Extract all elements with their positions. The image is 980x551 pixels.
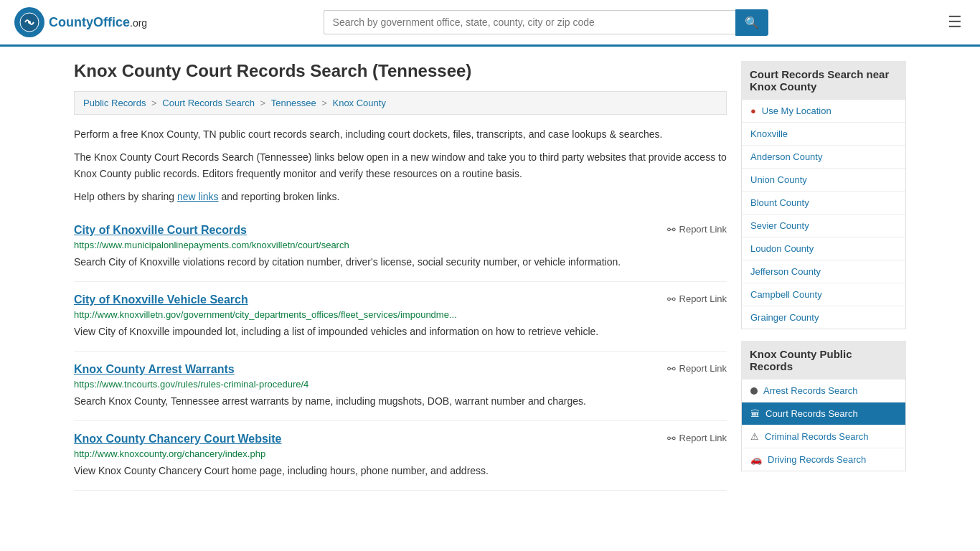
result-title-link[interactable]: City of Knoxville Vehicle Search <box>74 293 248 306</box>
result-title-link[interactable]: Knox County Chancery Court Website <box>74 433 282 446</box>
result-desc: Search City of Knoxville violations reco… <box>74 255 727 270</box>
list-item: Knoxville <box>742 123 905 146</box>
report-icon: ⚯ <box>667 363 676 375</box>
report-link-button[interactable]: ⚯ Report Link <box>667 293 727 305</box>
intro-paragraph-3: Help others by sharing new links and rep… <box>74 189 727 204</box>
new-links-link[interactable]: new links <box>177 191 219 202</box>
hamburger-menu-icon[interactable]: ☰ <box>944 9 966 35</box>
result-url: http://www.knoxvilletn.gov/government/ci… <box>74 309 727 320</box>
breadcrumb: Public Records > Court Records Search > … <box>74 91 727 115</box>
breadcrumb-tennessee[interactable]: Tennessee <box>271 98 316 108</box>
breadcrumb-court-records[interactable]: Court Records Search <box>162 98 255 108</box>
search-button[interactable]: 🔍 <box>735 9 768 36</box>
result-header: City of Knoxville Court Records ⚯ Report… <box>74 224 727 237</box>
svg-point-1 <box>28 21 31 24</box>
sidebar-item-criminal-records[interactable]: ⚠ Criminal Records Search <box>742 425 905 448</box>
intro-paragraph-2: The Knox County Court Records Search (Te… <box>74 149 727 182</box>
car-icon: 🚗 <box>750 454 762 465</box>
logo-icon <box>14 7 44 37</box>
list-item: ● Use My Location <box>742 100 905 123</box>
sidebar-item-loudon-county[interactable]: Loudon County <box>742 237 905 260</box>
nearby-section: Court Records Search near Knox County ● … <box>741 61 906 329</box>
report-icon: ⚯ <box>667 224 676 235</box>
list-item: ⚠ Criminal Records Search <box>742 425 905 448</box>
sidebar-item-grainger-county[interactable]: Grainger County <box>742 306 905 329</box>
sidebar-item-knoxville[interactable]: Knoxville <box>742 123 905 145</box>
search-area: 🔍 <box>324 9 768 36</box>
page-title: Knox County Court Records Search (Tennes… <box>74 61 727 81</box>
list-item: Grainger County <box>742 306 905 329</box>
nearby-list: ● Use My Location Knoxville Anderson Cou… <box>741 100 906 329</box>
report-link-button[interactable]: ⚯ Report Link <box>667 433 727 444</box>
report-link-button[interactable]: ⚯ Report Link <box>667 224 727 235</box>
list-item: Campbell County <box>742 283 905 306</box>
report-icon: ⚯ <box>667 433 676 444</box>
public-records-list: Arrest Records Search 🏛 Court Records Se… <box>741 380 906 471</box>
dot-icon <box>750 387 758 395</box>
result-item: City of Knoxville Court Records ⚯ Report… <box>74 212 727 282</box>
sidebar-item-union-county[interactable]: Union County <box>742 169 905 191</box>
main-container: Knox County Court Records Search (Tennes… <box>60 47 920 505</box>
result-desc: Search Knox County, Tennessee arrest war… <box>74 394 727 409</box>
sidebar-item-sevier-county[interactable]: Sevier County <box>742 215 905 237</box>
report-icon: ⚯ <box>667 293 676 305</box>
list-item: Sevier County <box>742 215 905 237</box>
logo-text: CountyOffice.org <box>49 15 147 30</box>
sidebar-item-arrest-records[interactable]: Arrest Records Search <box>742 380 905 402</box>
nearby-header: Court Records Search near Knox County <box>741 61 906 100</box>
list-item: 🏛 Court Records Search <box>742 402 905 425</box>
result-url: https://www.tncourts.gov/rules/rules-cri… <box>74 379 727 390</box>
breadcrumb-public-records[interactable]: Public Records <box>83 98 146 108</box>
result-url: http://www.knoxcounty.org/chancery/index… <box>74 448 727 459</box>
building-icon: 🏛 <box>750 408 760 419</box>
result-title-link[interactable]: City of Knoxville Court Records <box>74 224 247 237</box>
sidebar-item-driving-records[interactable]: 🚗 Driving Records Search <box>742 448 905 471</box>
exclamation-icon: ⚠ <box>750 431 759 442</box>
result-url: https://www.municipalonlinepayments.com/… <box>74 240 727 250</box>
result-item: Knox County Chancery Court Website ⚯ Rep… <box>74 421 727 491</box>
result-header: City of Knoxville Vehicle Search ⚯ Repor… <box>74 293 727 306</box>
list-item: Loudon County <box>742 237 905 260</box>
sidebar-item-anderson-county[interactable]: Anderson County <box>742 146 905 168</box>
logo-area: CountyOffice.org <box>14 7 147 37</box>
list-item: Jefferson County <box>742 260 905 283</box>
sidebar: Court Records Search near Knox County ● … <box>741 61 906 491</box>
public-records-section: Knox County Public Records Arrest Record… <box>741 341 906 471</box>
sidebar-item-use-my-location[interactable]: ● Use My Location <box>742 100 905 122</box>
location-pin-icon: ● <box>750 105 756 116</box>
main-content: Knox County Court Records Search (Tennes… <box>74 61 727 491</box>
result-item: Knox County Arrest Warrants ⚯ Report Lin… <box>74 352 727 421</box>
sidebar-item-court-records[interactable]: 🏛 Court Records Search <box>742 402 905 425</box>
list-item: Arrest Records Search <box>742 380 905 402</box>
result-desc: View Knox County Chancery Court home pag… <box>74 463 727 479</box>
result-header: Knox County Chancery Court Website ⚯ Rep… <box>74 433 727 446</box>
result-desc: View City of Knoxville impounded lot, in… <box>74 324 727 339</box>
list-item: Blount County <box>742 192 905 215</box>
sidebar-item-blount-county[interactable]: Blount County <box>742 192 905 214</box>
list-item: 🚗 Driving Records Search <box>742 448 905 471</box>
result-title-link[interactable]: Knox County Arrest Warrants <box>74 363 235 376</box>
public-records-header: Knox County Public Records <box>741 341 906 380</box>
result-item: City of Knoxville Vehicle Search ⚯ Repor… <box>74 282 727 352</box>
breadcrumb-knox-county[interactable]: Knox County <box>332 98 385 108</box>
search-input[interactable] <box>324 10 735 34</box>
list-item: Anderson County <box>742 146 905 169</box>
list-item: Union County <box>742 169 905 192</box>
site-header: CountyOffice.org 🔍 ☰ <box>0 0 980 47</box>
sidebar-item-jefferson-county[interactable]: Jefferson County <box>742 260 905 283</box>
result-header: Knox County Arrest Warrants ⚯ Report Lin… <box>74 363 727 376</box>
report-link-button[interactable]: ⚯ Report Link <box>667 363 727 375</box>
sidebar-item-campbell-county[interactable]: Campbell County <box>742 283 905 306</box>
intro-paragraph-1: Perform a free Knox County, TN public co… <box>74 126 727 142</box>
